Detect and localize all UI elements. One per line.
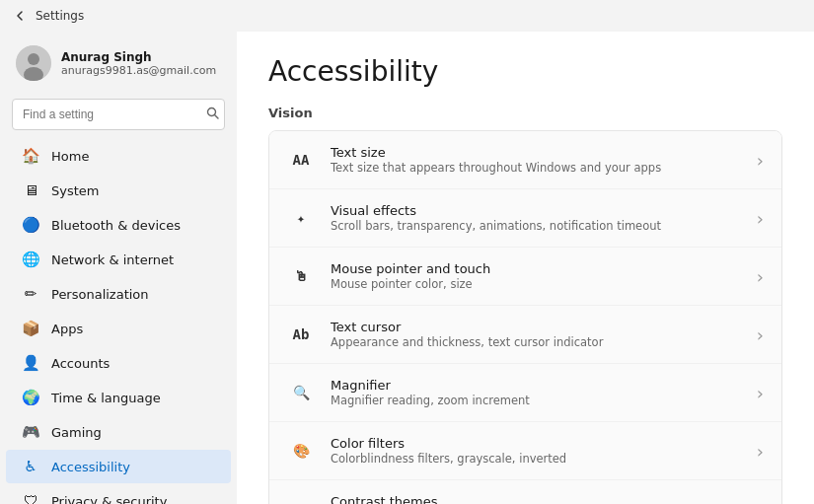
search-box [12, 99, 225, 130]
color-filters-text: Color filtersColorblindness filters, gra… [331, 436, 566, 466]
sidebar-item-bluetooth[interactable]: 🔵Bluetooth & devices [6, 208, 231, 242]
magnifier-icon: 🔍 [287, 379, 315, 406]
mouse-pointer-icon: 🖱 [287, 262, 315, 290]
search-input[interactable] [12, 99, 225, 130]
sidebar-item-system[interactable]: 🖥System [6, 174, 231, 207]
user-section[interactable]: Anurag Singh anurags9981.as@gmail.com [0, 32, 237, 95]
home-icon: 🏠 [22, 147, 39, 165]
visual-effects-desc: Scroll bars, transparency, animations, n… [331, 219, 661, 233]
sidebar-item-label-gaming: Gaming [51, 425, 102, 440]
page-title: Accessibility [268, 55, 782, 88]
sidebar-item-label-time: Time & language [51, 391, 161, 405]
settings-item-color-filters[interactable]: 🎨Color filtersColorblindness filters, gr… [269, 422, 781, 480]
accounts-icon: 👤 [22, 354, 39, 372]
system-icon: 🖥 [22, 181, 39, 199]
text-cursor-desc: Appearance and thickness, text cursor in… [331, 335, 603, 349]
sidebar-item-privacy[interactable]: 🛡Privacy & security [6, 484, 231, 504]
settings-item-visual-effects[interactable]: ✦Visual effectsScroll bars, transparency… [269, 189, 781, 248]
contrast-themes-text: Contrast themesColor themes for low visi… [331, 494, 579, 504]
sidebar-item-label-apps: Apps [51, 322, 83, 336]
main-layout: Anurag Singh anurags9981.as@gmail.com 🏠H… [0, 32, 814, 504]
network-icon: 🌐 [22, 251, 39, 268]
sidebar-item-label-privacy: Privacy & security [51, 494, 167, 505]
sidebar-item-label-network: Network & internet [51, 252, 174, 267]
sidebar-item-apps[interactable]: 📦Apps [6, 312, 231, 345]
titlebar: Settings [0, 0, 814, 32]
magnifier-text: MagnifierMagnifier reading, zoom increme… [331, 378, 530, 407]
time-icon: 🌍 [22, 389, 39, 406]
magnifier-chevron-icon: › [757, 383, 764, 403]
color-filters-title: Color filters [331, 436, 566, 451]
sidebar-item-label-accessibility: Accessibility [51, 460, 130, 474]
settings-item-text-size[interactable]: AAText sizeText size that appears throug… [269, 131, 781, 189]
user-name: Anurag Singh [61, 50, 216, 64]
back-button[interactable] [12, 8, 28, 24]
sidebar: Anurag Singh anurags9981.as@gmail.com 🏠H… [0, 32, 237, 504]
visual-effects-text: Visual effectsScroll bars, transparency,… [331, 203, 661, 233]
visual-effects-title: Visual effects [331, 203, 661, 218]
settings-item-mouse-pointer[interactable]: 🖱Mouse pointer and touchMouse pointer co… [269, 248, 781, 306]
settings-item-text-cursor[interactable]: AbText cursorAppearance and thickness, t… [269, 306, 781, 364]
settings-item-magnifier[interactable]: 🔍MagnifierMagnifier reading, zoom increm… [269, 364, 781, 422]
section-vision-label: Vision [268, 106, 782, 124]
sidebar-item-label-personalization: Personalization [51, 287, 149, 302]
visual-effects-chevron-icon: › [757, 208, 764, 229]
text-cursor-text: Text cursorAppearance and thickness, tex… [331, 320, 603, 349]
svg-point-1 [28, 53, 39, 65]
privacy-icon: 🛡 [22, 492, 39, 504]
sidebar-item-home[interactable]: 🏠Home [6, 139, 231, 173]
avatar [16, 45, 51, 81]
magnifier-desc: Magnifier reading, zoom increment [331, 394, 530, 407]
sidebar-item-accounts[interactable]: 👤Accounts [6, 346, 231, 380]
sidebar-item-label-bluetooth: Bluetooth & devices [51, 218, 181, 233]
contrast-themes-icon: ◑ [287, 495, 315, 504]
sidebar-item-label-home: Home [51, 149, 89, 164]
text-cursor-icon: Ab [287, 321, 315, 348]
sidebar-item-gaming[interactable]: 🎮Gaming [6, 415, 231, 449]
mouse-pointer-chevron-icon: › [757, 266, 764, 287]
sidebar-item-label-system: System [51, 183, 99, 198]
settings-item-contrast-themes[interactable]: ◑Contrast themesColor themes for low vis… [269, 480, 781, 504]
text-size-text: Text sizeText size that appears througho… [331, 145, 661, 175]
color-filters-desc: Colorblindness filters, grayscale, inver… [331, 452, 566, 466]
text-size-title: Text size [331, 145, 661, 160]
color-filters-chevron-icon: › [757, 441, 764, 462]
user-email: anurags9981.as@gmail.com [61, 64, 216, 77]
svg-line-4 [215, 115, 219, 119]
user-info: Anurag Singh anurags9981.as@gmail.com [61, 50, 216, 77]
sidebar-item-personalization[interactable]: ✏️Personalization [6, 277, 231, 311]
text-size-chevron-icon: › [757, 150, 764, 171]
mouse-pointer-text: Mouse pointer and touchMouse pointer col… [331, 261, 490, 291]
sidebar-item-network[interactable]: 🌐Network & internet [6, 243, 231, 276]
color-filters-icon: 🎨 [287, 437, 315, 465]
contrast-themes-title: Contrast themes [331, 494, 579, 504]
personalization-icon: ✏️ [22, 285, 39, 303]
mouse-pointer-desc: Mouse pointer color, size [331, 277, 490, 291]
content-area: Accessibility Vision AAText sizeText siz… [237, 32, 814, 504]
contrast-themes-chevron-icon: › [757, 499, 764, 505]
nav-list: 🏠Home🖥System🔵Bluetooth & devices🌐Network… [0, 138, 237, 504]
sidebar-item-label-accounts: Accounts [51, 356, 110, 371]
text-size-icon: AA [287, 146, 315, 174]
sidebar-item-time[interactable]: 🌍Time & language [6, 381, 231, 414]
accessibility-icon: ♿ [22, 458, 39, 475]
bluetooth-icon: 🔵 [22, 216, 39, 234]
titlebar-text: Settings [36, 9, 84, 23]
apps-icon: 📦 [22, 320, 39, 337]
settings-card: AAText sizeText size that appears throug… [268, 130, 782, 504]
visual-effects-icon: ✦ [287, 204, 315, 232]
search-icon-button[interactable] [206, 107, 219, 122]
gaming-icon: 🎮 [22, 423, 39, 441]
magnifier-title: Magnifier [331, 378, 530, 393]
mouse-pointer-title: Mouse pointer and touch [331, 261, 490, 276]
text-size-desc: Text size that appears throughout Window… [331, 161, 661, 175]
sidebar-item-accessibility[interactable]: ♿Accessibility [6, 450, 231, 483]
text-cursor-title: Text cursor [331, 320, 603, 334]
text-cursor-chevron-icon: › [757, 324, 764, 345]
